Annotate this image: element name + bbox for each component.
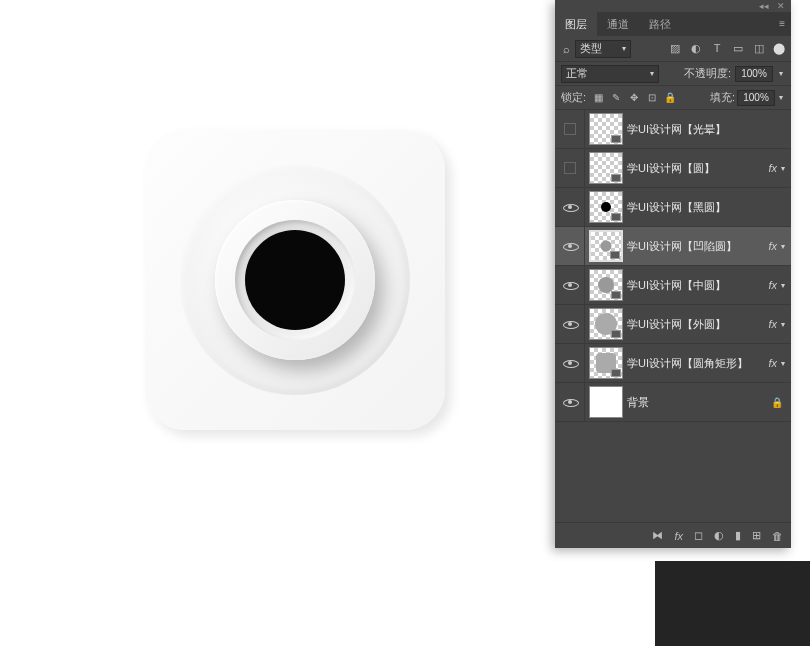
panel-topbar: ◂◂ ✕	[555, 0, 791, 12]
layer-thumbnail[interactable]	[589, 308, 623, 340]
layer-thumbnail[interactable]	[589, 386, 623, 418]
rounded-rect-layer	[145, 130, 445, 430]
layer-list: 学UI设计网【光晕】 学UI设计网【圆】 fx ▾ 学UI设计网【黑圆】 学UI…	[555, 110, 791, 422]
filter-shape-icon[interactable]: ▭	[732, 42, 744, 55]
layer-thumbnail[interactable]	[589, 347, 623, 379]
opacity-label: 不透明度:	[684, 66, 731, 81]
new-group-icon[interactable]: ▮	[735, 529, 741, 542]
filter-smart-icon[interactable]: ◫	[753, 42, 765, 55]
layer-row[interactable]: 学UI设计网【圆角矩形】 fx ▾	[555, 344, 791, 383]
search-icon[interactable]: ⌕	[561, 43, 571, 55]
panel-footer: ⧓ fx ◻ ◐ ▮ ⊞ 🗑	[555, 522, 791, 548]
panel-menu-icon[interactable]: ≡	[779, 12, 785, 36]
visibility-toggle[interactable]	[555, 344, 585, 382]
layer-thumbnail[interactable]	[589, 269, 623, 301]
new-layer-icon[interactable]: ⊞	[752, 529, 761, 542]
tab-paths[interactable]: 路径	[639, 12, 681, 36]
background-strip	[655, 561, 810, 646]
filter-text-icon[interactable]: T	[711, 42, 723, 55]
eye-icon	[563, 280, 577, 290]
chevron-down-icon: ▾	[650, 69, 654, 78]
layer-row[interactable]: 学UI设计网【黑圆】	[555, 188, 791, 227]
lock-artboard-icon[interactable]: ⊡	[646, 92, 658, 103]
visibility-toggle[interactable]	[555, 149, 585, 187]
filter-row: ⌕ 类型 ▾ ▨ ◐ T ▭ ◫ ⬤	[555, 36, 791, 62]
fill-label: 填充:	[710, 90, 735, 105]
visibility-toggle[interactable]	[555, 227, 585, 265]
visibility-toggle[interactable]	[555, 305, 585, 343]
filter-toggle-icon[interactable]: ⬤	[773, 42, 785, 55]
fx-badge[interactable]: fx	[766, 357, 779, 369]
layer-row[interactable]: 学UI设计网【中圆】 fx ▾	[555, 266, 791, 305]
lock-row: 锁定: ▦ ✎ ✥ ⊡ 🔒 填充: 100% ▾	[555, 86, 791, 110]
layer-name[interactable]: 学UI设计网【外圆】	[627, 317, 766, 332]
layer-mask-icon[interactable]: ◻	[694, 529, 703, 542]
panel-tabs: 图层 通道 路径 ≡	[555, 12, 791, 36]
layer-name[interactable]: 学UI设计网【光晕】	[627, 122, 787, 137]
layer-row[interactable]: 学UI设计网【圆】 fx ▾	[555, 149, 791, 188]
visibility-toggle[interactable]	[555, 188, 585, 226]
layer-name[interactable]: 学UI设计网【凹陷圆】	[627, 239, 766, 254]
chevron-down-icon[interactable]: ▾	[777, 93, 785, 102]
chevron-down-icon[interactable]: ▾	[779, 242, 787, 251]
eye-icon	[563, 202, 577, 212]
layer-list-empty	[555, 422, 791, 522]
fx-badge[interactable]: fx	[766, 240, 779, 252]
chevron-down-icon[interactable]: ▾	[779, 164, 787, 173]
layers-panel: ◂◂ ✕ 图层 通道 路径 ≡ ⌕ 类型 ▾ ▨ ◐ T ▭ ◫ ⬤ 正常 ▾ …	[555, 0, 791, 548]
filter-adjust-icon[interactable]: ◐	[690, 42, 702, 55]
layer-row[interactable]: 学UI设计网【光晕】	[555, 110, 791, 149]
layer-name[interactable]: 学UI设计网【中圆】	[627, 278, 766, 293]
tab-channels[interactable]: 通道	[597, 12, 639, 36]
layer-name[interactable]: 背景	[627, 395, 767, 410]
layer-thumbnail[interactable]	[589, 230, 623, 262]
filter-type-label: 类型	[580, 41, 602, 56]
blend-mode-select[interactable]: 正常 ▾	[561, 65, 659, 83]
filter-type-select[interactable]: 类型 ▾	[575, 40, 631, 58]
adjustment-layer-icon[interactable]: ◐	[714, 529, 724, 542]
layer-fx-icon[interactable]: fx	[674, 530, 683, 542]
lock-transparent-icon[interactable]: ▦	[592, 92, 604, 103]
lock-icon: 🔒	[767, 397, 787, 408]
layer-thumbnail[interactable]	[589, 113, 623, 145]
eye-icon	[563, 397, 577, 407]
blend-mode-value: 正常	[566, 66, 588, 81]
visibility-toggle[interactable]	[555, 266, 585, 304]
layer-thumbnail[interactable]	[589, 152, 623, 184]
visibility-toggle[interactable]	[555, 110, 585, 148]
close-icon[interactable]: ✕	[777, 1, 785, 11]
filter-image-icon[interactable]: ▨	[669, 42, 681, 55]
collapse-icon[interactable]: ◂◂	[759, 1, 769, 11]
layer-name[interactable]: 学UI设计网【圆角矩形】	[627, 356, 766, 371]
black-circle-layer	[245, 230, 345, 330]
fx-badge[interactable]: fx	[766, 162, 779, 174]
layer-row[interactable]: 背景 🔒	[555, 383, 791, 422]
eye-icon	[563, 319, 577, 329]
fill-input[interactable]: 100%	[737, 90, 775, 106]
lock-label: 锁定:	[561, 90, 586, 105]
link-layers-icon[interactable]: ⧓	[652, 529, 663, 542]
chevron-down-icon[interactable]: ▾	[779, 281, 787, 290]
canvas-area	[0, 0, 555, 646]
fx-badge[interactable]: fx	[766, 318, 779, 330]
eye-icon	[563, 358, 577, 368]
chevron-down-icon[interactable]: ▾	[779, 320, 787, 329]
lock-position-icon[interactable]: ✥	[628, 92, 640, 103]
lock-all-icon[interactable]: 🔒	[664, 92, 676, 103]
fx-badge[interactable]: fx	[766, 279, 779, 291]
opacity-input[interactable]: 100%	[735, 66, 773, 82]
lock-paint-icon[interactable]: ✎	[610, 92, 622, 103]
blend-row: 正常 ▾ 不透明度: 100% ▾	[555, 62, 791, 86]
visibility-toggle[interactable]	[555, 383, 585, 421]
layer-row[interactable]: 学UI设计网【外圆】 fx ▾	[555, 305, 791, 344]
layer-row[interactable]: 学UI设计网【凹陷圆】 fx ▾	[555, 227, 791, 266]
delete-layer-icon[interactable]: 🗑	[772, 530, 783, 542]
tab-layers[interactable]: 图层	[555, 12, 597, 36]
eye-icon	[563, 241, 577, 251]
chevron-down-icon: ▾	[622, 44, 626, 53]
layer-thumbnail[interactable]	[589, 191, 623, 223]
layer-name[interactable]: 学UI设计网【圆】	[627, 161, 766, 176]
layer-name[interactable]: 学UI设计网【黑圆】	[627, 200, 787, 215]
chevron-down-icon[interactable]: ▾	[777, 69, 785, 78]
chevron-down-icon[interactable]: ▾	[779, 359, 787, 368]
